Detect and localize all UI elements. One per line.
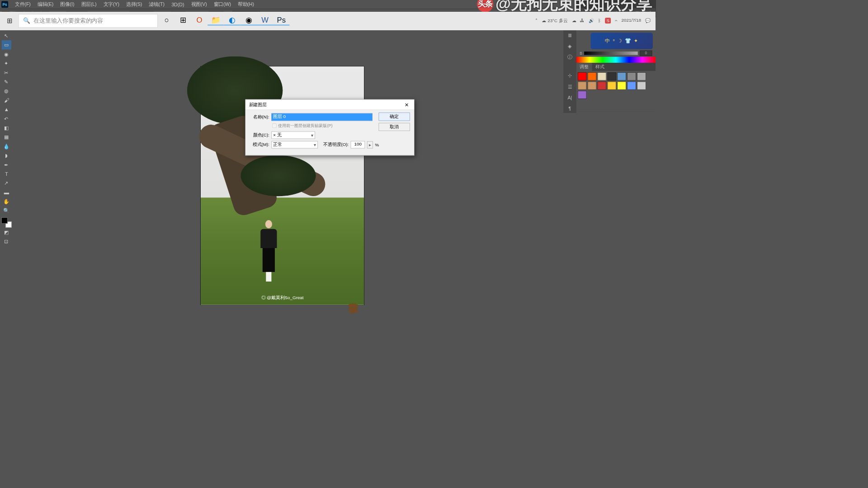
magic-wand-tool-icon[interactable]: ✦	[2, 59, 11, 68]
menu-filter[interactable]: 滤镜(T)	[146, 1, 168, 8]
style-swatch[interactable]	[578, 91, 587, 99]
network-icon[interactable]: 🖧	[580, 18, 585, 23]
taskbar-search[interactable]: 🔍 在这里输入你要搜索的内容	[19, 14, 158, 28]
eyedropper-tool-icon[interactable]: ✎	[2, 77, 11, 86]
pen-tool-icon[interactable]: ✒	[2, 160, 11, 169]
opacity-stepper-icon[interactable]: ▸	[367, 141, 373, 148]
stamp-tool-icon[interactable]: ▲	[2, 105, 11, 114]
clip-mask-label: 使用前一图层创建剪贴蒙版(P)	[278, 123, 333, 129]
style-swatch[interactable]	[578, 81, 587, 89]
menu-edit[interactable]: 编辑(E)	[34, 1, 57, 8]
taskbar-app-office[interactable]: O	[191, 16, 208, 25]
history-brush-tool-icon[interactable]: ↶	[2, 114, 11, 123]
styles-tab[interactable]: 样式	[592, 63, 608, 71]
style-swatch[interactable]	[608, 81, 617, 89]
weather-widget[interactable]: ☁ 23°C 多云	[542, 18, 567, 24]
layer-list: 👁 背景 🔒	[576, 0, 656, 8]
menu-window[interactable]: 窗口(W)	[210, 1, 234, 8]
lasso-tool-icon[interactable]: ◉	[2, 50, 11, 59]
person-figure	[259, 220, 278, 282]
menu-help[interactable]: 帮助(H)	[235, 1, 258, 8]
bluetooth-icon[interactable]: ᛒ	[598, 18, 601, 23]
dialog-close-icon[interactable]: ✕	[402, 100, 410, 108]
styles-panel-body	[576, 71, 656, 112]
percent-label: %	[375, 142, 379, 147]
adjustments-tab[interactable]: 调整	[576, 63, 592, 71]
brush-tool-icon[interactable]: 🖌	[2, 95, 11, 104]
style-swatch[interactable]	[617, 72, 626, 80]
menu-select[interactable]: 选择(S)	[123, 1, 146, 8]
move-tool-icon[interactable]: ↖	[2, 31, 11, 40]
type-tool-icon[interactable]: T	[2, 169, 11, 178]
clip-mask-checkbox[interactable]	[272, 123, 277, 128]
style-swatch[interactable]	[637, 72, 646, 80]
paragraph-panel-icon[interactable]: ☰	[565, 82, 575, 91]
style-swatch[interactable]	[617, 81, 626, 89]
dialog-title: 新建图层	[249, 102, 267, 108]
blend-mode-dialog-select[interactable]: 正常▾	[271, 141, 318, 149]
menu-image[interactable]: 图像(I)	[57, 1, 78, 8]
shape-tool-icon[interactable]: ▬	[2, 188, 11, 197]
menu-3d[interactable]: 3D(D)	[168, 2, 188, 7]
onedrive-icon[interactable]: ☁	[572, 18, 576, 23]
style-swatch[interactable]	[598, 81, 607, 89]
properties-panel-icon[interactable]: ◈	[565, 42, 575, 51]
menu-view[interactable]: 视图(V)	[188, 1, 210, 8]
menu-file[interactable]: 文件(F)	[12, 1, 34, 8]
language-icon[interactable]: 𝄐	[615, 18, 617, 23]
crop-tool-icon[interactable]: ✂	[2, 68, 11, 77]
zoom-tool-icon[interactable]: 🔍	[2, 206, 11, 215]
history-panel-icon[interactable]: ≣	[565, 31, 575, 40]
menu-layer[interactable]: 图层(L)	[78, 1, 100, 8]
start-button[interactable]: ⊞	[1, 12, 18, 30]
character-panel-icon[interactable]: ⊹	[565, 71, 575, 80]
fg-bg-color[interactable]	[1, 217, 12, 228]
style-swatch[interactable]	[627, 81, 636, 89]
layer-color-select[interactable]: × 无▾	[271, 131, 315, 139]
tray-chevron-icon[interactable]: ˄	[535, 18, 538, 23]
taskbar-app-photoshop[interactable]: Ps	[273, 16, 289, 26]
quickmask-icon[interactable]: ◩	[2, 228, 11, 237]
color-spectrum[interactable]	[576, 56, 656, 63]
gradient-tool-icon[interactable]: ▦	[2, 132, 11, 141]
style-swatch[interactable]	[608, 72, 617, 80]
path-tool-icon[interactable]: ↗	[2, 178, 11, 188]
color-field-label: 颜色(C):	[250, 132, 269, 138]
ime-floating-widget[interactable]: 中°☽👕✦	[590, 33, 652, 49]
style-swatch[interactable]	[588, 81, 597, 89]
taskbar-app-explorer[interactable]: 📁	[208, 16, 224, 26]
clock[interactable]: 2021/7/18	[622, 18, 642, 23]
style-swatch[interactable]	[637, 81, 646, 89]
app-logo: Ps	[1, 1, 8, 8]
info-panel-icon[interactable]: ⓘ	[565, 53, 575, 62]
right-panel-strip: ≣ ◈ ⓘ ⊹ ☰ A| ¶	[563, 30, 576, 113]
glyph-panel-icon[interactable]: A|	[565, 93, 575, 102]
style-swatch[interactable]	[598, 72, 607, 80]
para-style-panel-icon[interactable]: ¶	[565, 104, 575, 113]
taskbar-app-word[interactable]: W	[257, 16, 273, 26]
taskbar-app-taskview[interactable]: ⊞	[175, 16, 191, 25]
hand-tool-icon[interactable]: ✋	[2, 197, 11, 206]
ok-button[interactable]: 确定	[379, 113, 410, 121]
blur-tool-icon[interactable]: 💧	[2, 141, 11, 150]
style-swatch[interactable]	[588, 72, 597, 80]
screenmode-icon[interactable]: ⊡	[2, 237, 11, 246]
dodge-tool-icon[interactable]: ◗	[2, 151, 11, 160]
b-slider[interactable]	[584, 52, 637, 55]
taskbar-app-cortana[interactable]: ○	[158, 16, 175, 25]
menu-type[interactable]: 文字(Y)	[100, 1, 123, 8]
b-value-input[interactable]: 0	[640, 51, 652, 56]
eraser-tool-icon[interactable]: ◧	[2, 123, 11, 132]
opacity-input[interactable]: 100	[351, 141, 365, 149]
layer-name-input[interactable]: 图层 0	[271, 113, 373, 121]
healing-tool-icon[interactable]: ◍	[2, 86, 11, 95]
ime-icon[interactable]: S	[605, 18, 611, 23]
style-swatch[interactable]	[578, 72, 587, 80]
notifications-icon[interactable]: 💬	[645, 18, 651, 23]
marquee-tool-icon[interactable]: ▭	[2, 40, 11, 49]
volume-icon[interactable]: 🔊	[589, 18, 594, 23]
taskbar-app-chrome[interactable]: ◉	[241, 16, 257, 26]
style-swatch[interactable]	[627, 72, 636, 80]
cancel-button[interactable]: 取消	[379, 123, 410, 131]
taskbar-app-browser1[interactable]: ◐	[224, 16, 240, 26]
